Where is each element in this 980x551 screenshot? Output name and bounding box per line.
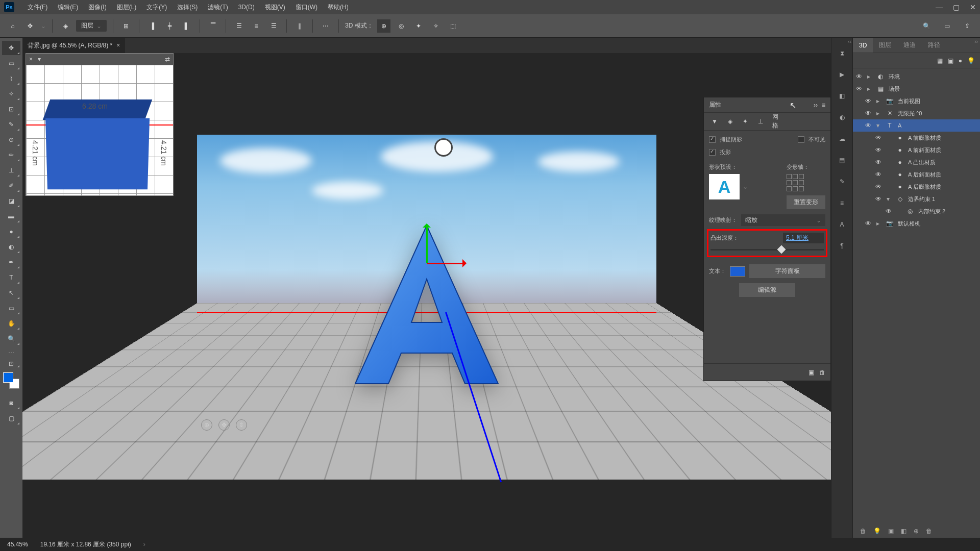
path-select-tool[interactable]: ↖ [2, 286, 20, 300]
visibility-icon[interactable]: 👁 [856, 73, 863, 80]
3d-dolly-icon[interactable]: ⇕ [236, 419, 247, 431]
tab-layers[interactable]: 图层 [873, 38, 897, 53]
scene-item[interactable]: 👁▸▦场景 [853, 83, 980, 95]
zoom-level[interactable]: 45.45% [7, 541, 28, 548]
prop-deform-icon[interactable]: ◈ [724, 116, 736, 127]
extrude-depth-slider[interactable] [710, 245, 824, 254]
fg-bg-color[interactable] [3, 372, 19, 389]
scene-item[interactable]: 👁●A 后膨胀材质 [853, 181, 980, 193]
panel-menu-icon[interactable]: ≡ [822, 102, 825, 109]
document-tab[interactable]: 背景.jpg @ 45.5% (A, RGB/8) * × [22, 38, 125, 53]
status-more-icon[interactable]: › [143, 541, 145, 548]
move-tool-opt-icon[interactable]: ✥ [23, 19, 37, 33]
shape-preset-dropdown-icon[interactable]: ⌄ [743, 183, 748, 190]
edit-toolbar-icon[interactable]: ⊡ [2, 359, 20, 368]
3d-rotate-icon[interactable]: ⊕ [377, 19, 390, 33]
menu-help[interactable]: 帮助(H) [323, 0, 354, 14]
transform-controls-icon[interactable]: ⊞ [119, 19, 133, 33]
3d-pan-icon[interactable]: ✥ [218, 419, 230, 431]
invisible-checkbox[interactable] [798, 136, 804, 143]
text-color-swatch[interactable] [730, 266, 745, 277]
add-icon[interactable]: ⊕ [914, 528, 919, 535]
screen-mode-icon[interactable]: ▢ [2, 411, 20, 425]
eyedropper-tool[interactable]: ✎ [2, 117, 20, 132]
scene-item[interactable]: 👁◎内部约束 2 [853, 205, 980, 217]
secview-swap-icon[interactable]: ⇄ [165, 56, 170, 63]
tab-close-icon[interactable]: × [116, 42, 120, 49]
filter-scene-icon[interactable]: ▦ [937, 57, 943, 64]
dock-char-icon[interactable]: A [835, 217, 849, 232]
3d-drag-icon[interactable]: ✦ [412, 19, 425, 33]
hand-tool[interactable]: ✋ [2, 316, 20, 331]
dock-history-icon[interactable]: ⧗ [835, 46, 849, 60]
dock-brush-icon[interactable]: ✎ [835, 174, 849, 189]
3d-slide-icon[interactable]: ✧ [429, 19, 443, 33]
deform-axis-grid[interactable] [787, 174, 825, 191]
dist-bottom-icon[interactable]: ☰ [267, 19, 280, 33]
menu-image[interactable]: 图像(I) [83, 0, 111, 14]
visibility-icon[interactable]: 👁 [865, 97, 872, 105]
scene-item[interactable]: 👁●A 后斜面材质 [853, 168, 980, 181]
auto-select-icon[interactable]: ◈ [59, 19, 72, 33]
dock-swatch-icon[interactable]: ▤ [835, 153, 849, 167]
crop-tool[interactable]: ⊡ [2, 102, 20, 116]
menu-view[interactable]: 视图(V) [260, 0, 290, 14]
dock-libraries-icon[interactable]: ☁ [835, 132, 849, 146]
dock-layers-icon[interactable]: ≡ [835, 196, 849, 210]
dock-adjust-icon[interactable]: ◐ [835, 110, 849, 124]
chevron-down-icon[interactable]: ⌄ [41, 22, 46, 30]
menu-edit[interactable]: 编辑(E) [53, 0, 83, 14]
reset-deform-button[interactable]: 重置变形 [787, 195, 825, 209]
secview-close-icon[interactable]: × [29, 56, 33, 63]
3d-scale-icon[interactable]: ⬚ [447, 19, 460, 33]
tab-channels[interactable]: 通道 [897, 38, 922, 53]
clone-stamp-tool[interactable]: ⊥ [2, 163, 20, 178]
home-icon[interactable]: ⌂ [6, 19, 19, 33]
tab-paths[interactable]: 路径 [922, 38, 946, 53]
visibility-icon[interactable]: 👁 [875, 195, 883, 203]
filter-light-icon[interactable]: 💡 [967, 57, 975, 64]
pen-tool[interactable]: ✒ [2, 255, 20, 269]
3d-roll-icon[interactable]: ◎ [395, 19, 408, 33]
lasso-tool[interactable]: ⌇ [2, 71, 20, 86]
visibility-icon[interactable]: 👁 [875, 134, 883, 141]
window-minimize-icon[interactable]: — [936, 3, 943, 11]
catch-shadow-checkbox[interactable] [709, 136, 716, 143]
render-icon[interactable]: 🗑 [860, 528, 866, 535]
panel-collapse-icon[interactable]: ›› [814, 102, 818, 109]
new-icon[interactable]: ▣ [888, 528, 894, 535]
type-tool[interactable]: T [2, 270, 20, 285]
delete-icon[interactable]: 🗑 [926, 528, 932, 535]
cast-shadow-checkbox[interactable] [709, 149, 716, 156]
zoom-tool[interactable]: 🔍 [2, 332, 20, 346]
blur-tool[interactable]: ● [2, 224, 20, 239]
visibility-icon[interactable]: 👁 [865, 220, 872, 227]
visibility-icon[interactable]: 👁 [865, 122, 872, 129]
prop-coord-icon[interactable]: ⊥ [755, 116, 766, 127]
align-right-icon[interactable]: ▌ [180, 19, 193, 33]
menu-file[interactable]: 文件(F) [22, 0, 53, 14]
history-brush-tool[interactable]: ✐ [2, 179, 20, 193]
align-left-icon[interactable]: ▐ [145, 19, 159, 33]
visibility-icon[interactable]: 👁 [875, 146, 883, 154]
prop-delete-icon[interactable]: 🗑 [819, 369, 825, 376]
scene-item[interactable]: 👁▾◇边界约束 1 [853, 193, 980, 205]
secondary-3d-view[interactable]: × ▾ ⇄ 6.28 cm 4.21 cm 4.21 cm [26, 53, 174, 196]
menu-select[interactable]: 选择(S) [172, 0, 203, 14]
gradient-tool[interactable]: ▬ [2, 209, 20, 223]
texture-mapping-select[interactable]: 缩放⌄ [741, 214, 825, 226]
scene-item[interactable]: 👁▸◐环境 [853, 70, 980, 83]
dodge-tool[interactable]: ◐ [2, 240, 20, 254]
collapse-right-icon[interactable]: ›› [974, 39, 978, 44]
prop-cap-icon[interactable]: ✦ [740, 116, 751, 127]
search-icon[interactable]: 🔍 [920, 19, 933, 33]
filter-mesh-icon[interactable]: ▣ [948, 57, 953, 64]
canvas[interactable]: ⊕ ✥ ⇕ [197, 135, 656, 441]
scene-item[interactable]: 👁▸☀无限光 ^0 [853, 107, 980, 119]
brush-tool[interactable]: ✏ [2, 148, 20, 162]
tab-3d[interactable]: 3D [853, 38, 873, 53]
dist-spacing-icon[interactable]: ∥ [293, 19, 306, 33]
edit-source-button[interactable]: 编辑源 [739, 283, 795, 297]
scene-item[interactable]: 👁●A 前膨胀材质 [853, 132, 980, 144]
menu-type[interactable]: 文字(Y) [141, 0, 172, 14]
